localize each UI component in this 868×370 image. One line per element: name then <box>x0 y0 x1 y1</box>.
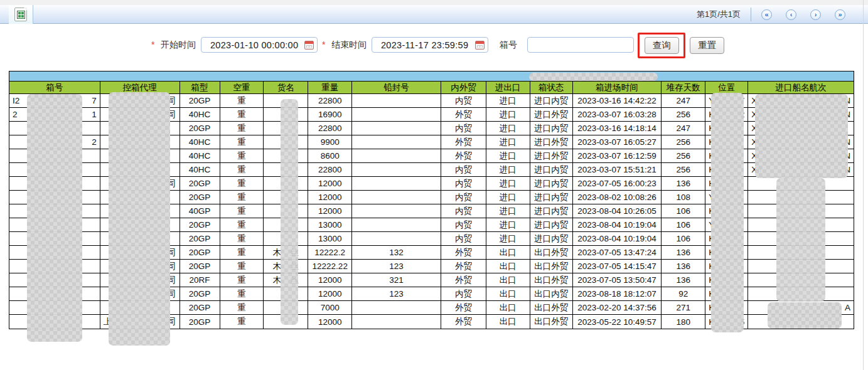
empty-heavy-cell: 重 <box>220 191 264 204</box>
trade-type-cell: 外贸 <box>441 135 486 149</box>
entry-time-cell: 2023-08-02 10:08:26 <box>573 191 662 204</box>
import-export-cell: 进口 <box>486 163 530 176</box>
box-status-cell: 进口内贸 <box>530 191 573 204</box>
start-time-value: 2023-01-10 00:00:00 <box>201 40 304 50</box>
storage-days-cell: 106 <box>662 204 705 218</box>
box-type-cell: 20GP <box>180 122 220 135</box>
trade-type-cell: 内贸 <box>441 218 486 231</box>
redaction-block-vessel-mid <box>776 178 825 302</box>
weight-cell: 12000 <box>308 177 352 190</box>
entry-time-cell: 2023-02-20 14:37:56 <box>573 301 662 314</box>
seal-no-cell <box>352 177 441 190</box>
page-indicator: 第1页/共1页 <box>697 9 741 20</box>
weight-cell: 8600 <box>308 149 352 162</box>
seal-no-cell <box>352 122 441 135</box>
seal-no-cell <box>352 315 441 329</box>
import-export-cell: 进口 <box>486 135 530 149</box>
next-page-button[interactable]: › <box>810 9 821 20</box>
box-status-cell: 进口内贸 <box>530 177 573 190</box>
empty-heavy-cell: 重 <box>220 149 264 162</box>
excel-icon <box>14 8 27 21</box>
trade-type-cell: 内贸 <box>441 163 486 176</box>
box-status-cell: 出口外贸 <box>530 301 573 314</box>
table-title-band <box>9 71 854 82</box>
empty-heavy-cell: 重 <box>220 177 264 190</box>
entry-time-cell: 2023-07-05 13:50:47 <box>573 273 662 287</box>
required-marker: * <box>151 40 154 50</box>
entry-time-cell: 2023-08-04 10:19:04 <box>573 218 662 231</box>
weight-cell: 12000 <box>308 191 352 204</box>
box-status-cell: 进口内贸 <box>530 94 573 107</box>
calendar-icon[interactable] <box>304 41 314 50</box>
box-status-cell: 进口外贸 <box>530 108 573 121</box>
storage-days-cell: 136 <box>662 273 705 287</box>
column-header-seal-no: 铅封号 <box>352 82 441 93</box>
storage-days-cell: 247 <box>662 94 705 107</box>
calendar-icon[interactable] <box>475 41 485 50</box>
box-type-cell: 40HC <box>180 149 220 162</box>
end-time-label: 结束时间 <box>331 40 367 51</box>
box-status-cell: 进口外贸 <box>530 149 573 162</box>
import-export-cell: 进口 <box>486 94 530 107</box>
reset-button[interactable]: 重置 <box>690 37 724 54</box>
import-export-cell: 出口 <box>486 315 530 329</box>
weight-cell: 16900 <box>308 108 352 121</box>
box-status-cell: 进口内贸 <box>530 122 573 135</box>
box-type-cell: 40GP <box>180 204 220 218</box>
import-export-cell: 进口 <box>486 108 530 121</box>
end-time-input[interactable]: 2023-11-17 23:59:59 <box>372 37 488 53</box>
box-status-cell: 进口内贸 <box>530 163 573 176</box>
weight-cell: 13000 <box>308 218 352 231</box>
weight-cell: 22800 <box>308 163 352 176</box>
prev-page-button[interactable]: ‹ <box>786 9 796 20</box>
entry-time-cell: 2023-08-04 10:26:05 <box>573 204 662 218</box>
first-page-icon: « <box>764 11 768 18</box>
empty-heavy-cell: 重 <box>220 204 264 218</box>
seal-no-cell <box>352 301 441 314</box>
seal-no-cell <box>352 232 441 245</box>
weight-cell: 7000 <box>308 301 352 314</box>
redaction-block-agent <box>109 92 170 346</box>
last-page-button[interactable]: » <box>835 9 845 20</box>
box-type-cell: 20RF <box>180 273 220 287</box>
trade-type-cell: 内贸 <box>441 94 486 107</box>
empty-heavy-cell: 重 <box>220 287 264 300</box>
start-time-label: 开始时间 <box>161 40 196 51</box>
weight-cell: 12000 <box>308 273 352 287</box>
export-excel-button[interactable] <box>9 5 33 24</box>
entry-time-cell: 2023-08-18 18:12:07 <box>573 287 662 300</box>
empty-heavy-cell: 重 <box>220 260 264 273</box>
box-type-cell: 20GP <box>180 260 220 273</box>
seal-no-cell: 123 <box>352 287 441 300</box>
storage-days-cell: 256 <box>662 163 705 176</box>
entry-time-cell: 2023-08-04 10:19:04 <box>573 232 662 245</box>
last-page-icon: » <box>838 11 842 18</box>
prev-page-icon: ‹ <box>790 11 793 18</box>
end-time-value: 2023-11-17 23:59:59 <box>372 40 475 50</box>
trade-type-cell: 内贸 <box>441 122 486 135</box>
seal-no-cell <box>352 204 441 218</box>
seal-no-cell <box>352 108 441 121</box>
trade-type-cell: 外贸 <box>441 301 486 314</box>
column-header-location: 位置 <box>705 82 748 93</box>
import-export-cell: 出口 <box>486 301 530 314</box>
query-button[interactable]: 查询 <box>645 37 679 54</box>
box-number-input[interactable] <box>527 37 634 53</box>
start-time-input[interactable]: 2023-01-10 00:00:00 <box>201 37 318 53</box>
redaction-block-cargo <box>281 99 298 325</box>
column-header-container-no: 箱号 <box>9 82 100 93</box>
storage-days-cell: 180 <box>662 315 705 329</box>
trade-type-cell: 内贸 <box>441 177 486 190</box>
seal-no-cell <box>352 135 441 149</box>
trade-type-cell: 内贸 <box>441 287 486 300</box>
column-header-empty-heavy: 空重 <box>220 82 264 93</box>
box-status-cell: 出口外贸 <box>530 246 573 259</box>
first-page-button[interactable]: « <box>761 9 772 20</box>
weight-cell: 22800 <box>308 122 352 135</box>
column-header-box-status: 箱状态 <box>530 82 573 93</box>
seal-no-cell <box>352 218 441 231</box>
weight-cell: 22800 <box>308 94 352 107</box>
import-export-cell: 出口 <box>486 273 530 287</box>
panel-right-edge <box>863 0 864 370</box>
box-type-cell: 20GP <box>180 177 220 190</box>
